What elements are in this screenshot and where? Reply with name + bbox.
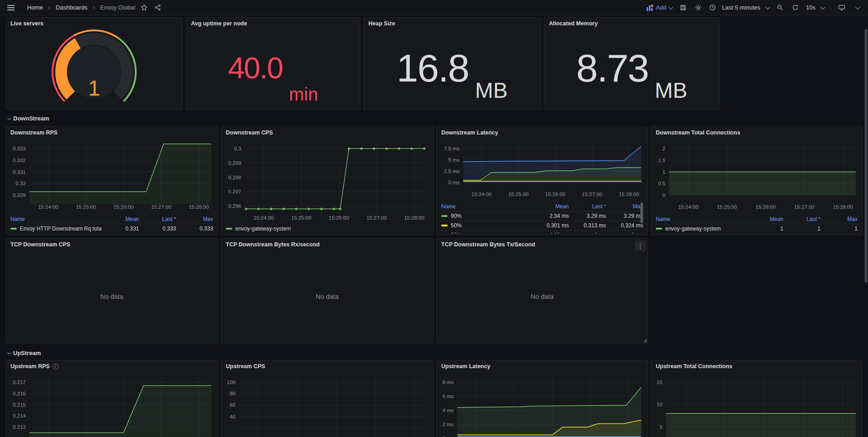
legend-header-name[interactable]: Name	[10, 216, 102, 222]
svg-text:5: 5	[659, 424, 662, 430]
chevron-down-icon	[7, 351, 11, 354]
svg-text:0.33: 0.33	[16, 181, 26, 186]
panel-title[interactable]: Downstream CPS	[226, 130, 273, 136]
legend-header-col[interactable]: Mean	[746, 216, 783, 222]
legend-row: 99%4.89 ms8 ms8 ms	[441, 230, 643, 233]
svg-text:100: 100	[227, 379, 235, 385]
page-scrollbar[interactable]	[864, 29, 868, 283]
legend-header-col[interactable]: Max	[820, 216, 858, 222]
svg-text:10: 10	[657, 402, 663, 407]
share-icon[interactable]	[153, 3, 162, 13]
legend-item[interactable]: 90%	[441, 213, 532, 219]
upstream-rps-chart[interactable]: 15:24:0015:25:0015:26:0015:27:0015:28:00…	[6, 372, 218, 437]
legend-item[interactable]: envoy-gateway-system	[656, 226, 746, 232]
stat-value-group: 40.0 min	[186, 29, 360, 110]
legend-stat: 1	[746, 226, 783, 232]
legend-header-col[interactable]: Max	[176, 216, 213, 222]
panel-title[interactable]: Upstream RPS	[10, 363, 50, 370]
save-dashboard-icon[interactable]	[678, 3, 687, 13]
legend-item[interactable]: envoy-gateway-system	[226, 226, 291, 232]
panel-title[interactable]: TCP Downstream Bytes Rx/second	[226, 241, 320, 248]
legend-scrollbar[interactable]	[640, 202, 643, 223]
legend-stat: 8 ms	[606, 232, 643, 233]
legend-stat: 2.34 ms	[532, 213, 569, 219]
refresh-interval-picker[interactable]: 10s	[806, 3, 824, 13]
panel-title[interactable]: Upstream CPS	[226, 363, 265, 370]
svg-text:15:26:00: 15:26:00	[545, 192, 566, 197]
svg-text:0: 0	[663, 192, 665, 198]
kiosk-monitor-icon[interactable]	[837, 3, 846, 13]
legend-header-col[interactable]: Mean	[102, 216, 139, 222]
stat-value: 16.8	[396, 48, 468, 87]
panel-title[interactable]: Downstream Total Connections	[656, 130, 740, 136]
panel-title[interactable]: Upstream Latency	[441, 363, 490, 370]
section-upstream[interactable]: UpStream	[7, 350, 41, 356]
svg-text:0.215: 0.215	[13, 402, 26, 408]
svg-text:15:24:00: 15:24:00	[678, 204, 699, 210]
time-range-picker[interactable]: Last 5 minutes	[709, 3, 769, 13]
legend-header: NameMeanLast *Max	[656, 214, 858, 224]
panel-title[interactable]: Downstream Latency	[441, 130, 498, 136]
panel-title[interactable]: TCP Downstream CPS	[10, 241, 70, 248]
panel-title[interactable]: Allocated Memory	[549, 20, 598, 27]
refresh-icon[interactable]	[791, 3, 800, 13]
add-panel-icon	[647, 5, 653, 11]
panel-title[interactable]: Upstream Total Connections	[656, 363, 732, 370]
breadcrumb-home[interactable]: Home	[27, 4, 43, 11]
svg-text:7.5 ms: 7.5 ms	[444, 146, 460, 151]
legend-header-col[interactable]: Last *	[569, 203, 606, 210]
legend-item[interactable]: Envoy HTTP Downstream Rq total	[10, 226, 102, 232]
panel-title[interactable]: Downstream RPS	[10, 130, 57, 136]
legend-header-col[interactable]: Last *	[783, 216, 820, 222]
panel-upstream-total-connections: Upstream Total Connections 15:24:0015:25…	[651, 360, 863, 437]
svg-text:15:27:00: 15:27:00	[582, 192, 602, 197]
settings-gear-icon[interactable]	[694, 3, 703, 13]
downstream-cps-chart[interactable]: 15:24:0015:25:0015:26:0015:27:0015:28:00…	[221, 139, 433, 225]
downstream-rps-chart[interactable]: 15:24:0015:25:0015:26:0015:27:0015:28:00…	[6, 139, 218, 214]
legend-item[interactable]: 99%	[441, 232, 532, 233]
legend-header-col[interactable]: Mean	[532, 203, 569, 210]
svg-text:15:26:00: 15:26:00	[755, 204, 776, 210]
info-icon[interactable]: i	[52, 364, 58, 370]
section-downstream[interactable]: DownStream	[7, 115, 49, 122]
add-panel-button[interactable]: Add	[647, 4, 672, 11]
chevron-down-icon	[668, 4, 673, 9]
legend-header-name[interactable]: Name	[441, 203, 532, 210]
svg-text:0.3: 0.3	[234, 146, 241, 151]
menu-icon[interactable]	[6, 3, 15, 13]
legend-swatch	[656, 228, 662, 230]
legend-header-col[interactable]: Max	[606, 203, 643, 210]
svg-text:1: 1	[88, 76, 100, 100]
downstream-latency-chart[interactable]: 15:24:0015:25:0015:26:0015:27:0015:28:00…	[437, 139, 648, 202]
panel-title[interactable]: Live servers	[10, 20, 43, 27]
chart-legend: NameMeanLast *Max90%2.34 ms3.29 ms3.29 m…	[441, 202, 643, 233]
legend-header-name[interactable]: Name	[656, 216, 746, 222]
svg-text:15:27:00: 15:27:00	[794, 204, 815, 210]
panel-resize-handle[interactable]	[644, 339, 647, 342]
svg-text:2: 2	[663, 146, 665, 151]
live-servers-gauge[interactable]: 1	[6, 29, 182, 110]
upstream-latency-chart[interactable]: 15:24:0015:25:0015:26:0015:27:0015:28:00…	[437, 372, 648, 437]
panel-title[interactable]: Heap Size	[368, 20, 395, 27]
chevron-down-icon	[765, 4, 770, 9]
breadcrumb-dashboards[interactable]: Dashboards	[56, 4, 87, 11]
panel-menu-kebab-icon[interactable]: ⋮	[635, 240, 646, 251]
downstream-total-connections-chart[interactable]: 15:24:0015:25:0015:26:0015:27:0015:28:00…	[651, 139, 862, 214]
legend-stat: 4.89 ms	[532, 232, 569, 233]
upstream-total-connections-chart[interactable]: 15:24:0015:25:0015:26:0015:27:0015:28:00…	[651, 372, 862, 437]
panel-upstream-cps: Upstream CPS 15:24:0015:25:0015:26:0015:…	[221, 360, 434, 437]
chart-legend: NameMeanLast *MaxEnvoy HTTP Downstream R…	[10, 214, 213, 233]
panel-title[interactable]: Avg uptime per node	[191, 20, 247, 27]
legend-header-col[interactable]: Last *	[139, 216, 176, 222]
upstream-cps-chart[interactable]: 15:24:0015:25:0015:26:0015:27:0015:28:00…	[221, 372, 433, 437]
svg-text:15:25:00: 15:25:00	[717, 204, 737, 210]
panel-title[interactable]: TCP Downstream Bytes Tx/Second	[441, 241, 535, 248]
legend-item[interactable]: 50%	[441, 222, 532, 229]
svg-text:1: 1	[663, 169, 665, 175]
chevron-down-icon[interactable]	[853, 3, 862, 13]
panel-downstream-latency: Downstream Latency 15:24:0015:25:0015:26…	[436, 126, 648, 235]
chart-legend: envoy-gateway-system	[221, 225, 433, 235]
svg-text:0.297: 0.297	[228, 189, 241, 194]
star-icon[interactable]	[140, 3, 149, 13]
zoom-out-icon[interactable]	[775, 3, 784, 13]
